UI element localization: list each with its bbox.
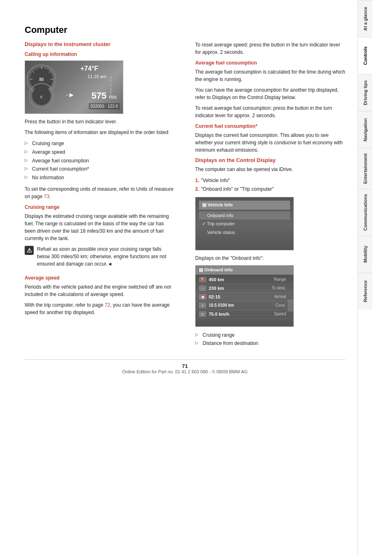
sub-heading-avg-speed: Average speed <box>25 275 175 281</box>
list-item-current-fuel: Current fuel consumption* <box>25 165 175 173</box>
reset-speed-text: To reset average speed: press the button… <box>195 41 345 56</box>
menu-item-onboard: Onboard info <box>199 211 290 220</box>
page-title: Computer <box>25 25 345 35</box>
onboard-list-item-cruising: Cruising range <box>195 331 345 340</box>
step-2: 2."Onboard info" or "Trip computer" <box>195 185 345 194</box>
current-fuel-text: Displays the current fuel consumption. T… <box>195 132 345 154</box>
vehicle-info-screenshot: ▤ Vehicle Info Onboard info Trip compute… <box>195 197 294 250</box>
vehicle-info-menu-bar: ▤ Vehicle Info <box>199 201 290 210</box>
warning-icon: ⚠ <box>25 246 34 255</box>
arrival-label: Arrival <box>274 294 290 299</box>
avg-speed-page-link[interactable]: 72 <box>105 302 110 308</box>
range-icon: ⛽ <box>199 277 206 282</box>
sub-heading-calling: Calling up information <box>25 51 175 57</box>
onboard-row-dest: → 230 km To dest. <box>196 284 293 293</box>
tab-communications[interactable]: Communications <box>358 189 372 236</box>
onboard-row-cons: ● 10.5 l/100 km Cons. <box>196 301 293 310</box>
onboard-heading-text: Displays on the "Onboard info": <box>195 254 345 262</box>
onboard-header: ▤ Onboard info <box>196 266 293 275</box>
info-list: Cruising range Average speed Average fue… <box>25 139 175 182</box>
footer-text: Online Edition for Part no. 01 41 2 603 … <box>25 369 345 374</box>
menu-item-vehicle-status: Vehicle status <box>199 228 290 236</box>
section-heading-control-display: Displays on the Control Display <box>195 157 345 163</box>
odometer-display: 032050 · 123.8 <box>89 103 120 109</box>
step-1: 1."Vehicle Info" <box>195 176 345 185</box>
dest-icon: → <box>199 285 206 291</box>
vehicle-info-menu-title: ▤ Vehicle Info <box>202 202 233 208</box>
onboard-row-range: ⛽ 450 km Range <box>196 275 293 284</box>
cruising-range-text: Displays the estimated cruising range av… <box>25 213 175 242</box>
list-item-avg-fuel: Average fuel consumption <box>25 157 175 165</box>
speed-icon: ◎ <box>199 311 206 317</box>
speed-label: Speed <box>274 312 290 316</box>
tab-driving-tips[interactable]: Driving tips <box>358 74 372 111</box>
units-page-link[interactable]: 73 <box>44 194 49 199</box>
page-footer: 71 Online Edition for Part no. 01 41 2 6… <box>25 359 345 377</box>
speed-value: 75.0 km/h <box>209 312 231 317</box>
warning-text: Refuel as soon as possible once your cru… <box>37 245 175 268</box>
list-item-no-info: No information <box>25 173 175 182</box>
left-gauges-svg: 80 E <box>25 63 60 112</box>
avg-fuel-text2: You can have the average consumption for… <box>195 86 345 101</box>
avg-fuel-text1: The average fuel consumption is calculat… <box>195 68 345 83</box>
intro-text-2: The following items of information are d… <box>25 129 175 136</box>
page-number: 71 <box>25 363 345 369</box>
tab-at-a-glance[interactable]: At a glance <box>358 0 372 37</box>
units-text: To set the corresponding units of measur… <box>25 185 175 200</box>
onboard-list: Cruising range Distance from destination <box>195 331 345 348</box>
tab-navigation[interactable]: Navigation <box>358 111 372 148</box>
range-label: Range <box>274 277 290 282</box>
list-item-avg-speed: Average speed <box>25 148 175 157</box>
tab-controls[interactable]: Controls <box>358 37 372 74</box>
menu-item-trip: Trip computer <box>199 220 290 228</box>
watermark: W0C-10-AP06-68 <box>109 76 112 98</box>
onboard-header-title: ▤ Onboard info <box>199 267 233 273</box>
warning-box: ⚠ Refuel as soon as possible once your c… <box>25 245 175 271</box>
cons-value: 10.5 l/100 km <box>209 303 234 308</box>
tab-entertainment[interactable]: Entertainment <box>358 148 372 189</box>
sub-heading-cruising: Cruising range <box>25 204 175 210</box>
right-tabs: At a glance Controls Driving tips Naviga… <box>357 0 372 555</box>
avg-fuel-text3: To reset average fuel consumption: press… <box>195 104 345 119</box>
arrival-icon: ⏰ <box>199 294 206 300</box>
range-value: 450 km <box>209 277 231 282</box>
svg-text:E: E <box>40 95 43 99</box>
control-display-steps: 1."Vehicle Info" 2."Onboard info" or "Tr… <box>195 176 345 194</box>
scroll-indicator <box>288 299 293 312</box>
onboard-list-item-distance: Distance from destination <box>195 339 345 348</box>
tab-reference[interactable]: Reference <box>358 273 372 310</box>
tab-mobility[interactable]: Mobility <box>358 236 372 273</box>
control-display-intro: The computer can also be opened via iDri… <box>195 166 345 173</box>
arrival-value: 02:15 <box>209 294 231 299</box>
time-display: 11:15 am <box>88 74 106 79</box>
svg-text:80: 80 <box>39 77 44 82</box>
intro-text-1: Press the button in the turn indicator l… <box>25 118 175 125</box>
instrument-cluster-image: 80 E +74°F 11:15 am →▶ <box>25 60 123 114</box>
sub-heading-avg-fuel: Average fuel consumption <box>195 60 345 66</box>
onboard-screenshot: ▤ Onboard info ⛽ 450 km Range → 230 km <box>195 265 294 327</box>
direction-display: →▶ <box>64 92 74 98</box>
section-heading-instrument: Displays in the instrument cluster <box>25 41 175 47</box>
onboard-row-arrival: ⏰ 02:15 Arrival <box>196 293 293 301</box>
dest-label: To dest. <box>272 286 290 290</box>
avg-speed-text1: Periods with the vehicle parked and the … <box>25 283 175 298</box>
distance-display: 575 mis <box>92 90 117 101</box>
cons-icon: ● <box>199 303 206 308</box>
sub-heading-current-fuel: Current fuel consumption* <box>195 123 345 129</box>
avg-speed-text2: With the trip computer, refer to page 72… <box>25 301 175 316</box>
list-item-cruising: Cruising range <box>25 139 175 148</box>
dest-value: 230 km <box>209 286 231 291</box>
temp-display: +74°F <box>81 65 98 72</box>
onboard-row-speed: ◎ 75.0 km/h Speed <box>196 310 293 319</box>
